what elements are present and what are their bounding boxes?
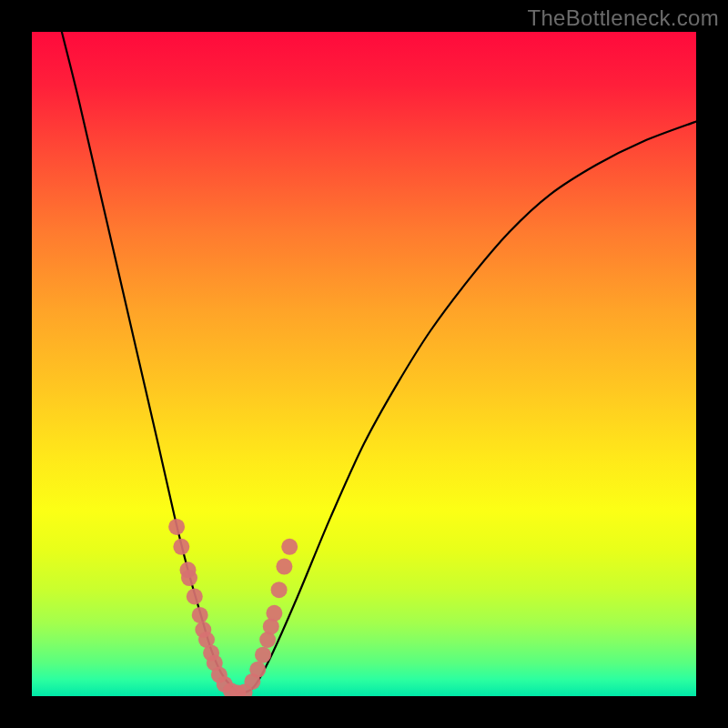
plot-area: [32, 32, 696, 696]
data-point: [266, 605, 282, 622]
data-points: [168, 519, 298, 696]
chart-frame: TheBottleneck.com: [0, 0, 728, 728]
data-point: [168, 519, 185, 535]
data-point: [187, 589, 203, 605]
data-point: [181, 570, 197, 586]
bottleneck-curve: [62, 32, 696, 693]
data-point: [249, 662, 266, 678]
data-point: [276, 559, 292, 575]
watermark-text: TheBottleneck.com: [527, 5, 719, 31]
data-point: [281, 539, 298, 555]
data-point: [271, 581, 288, 598]
data-point: [173, 539, 189, 555]
data-point: [192, 607, 208, 623]
curve-svg: [32, 32, 696, 696]
data-point: [255, 647, 271, 663]
